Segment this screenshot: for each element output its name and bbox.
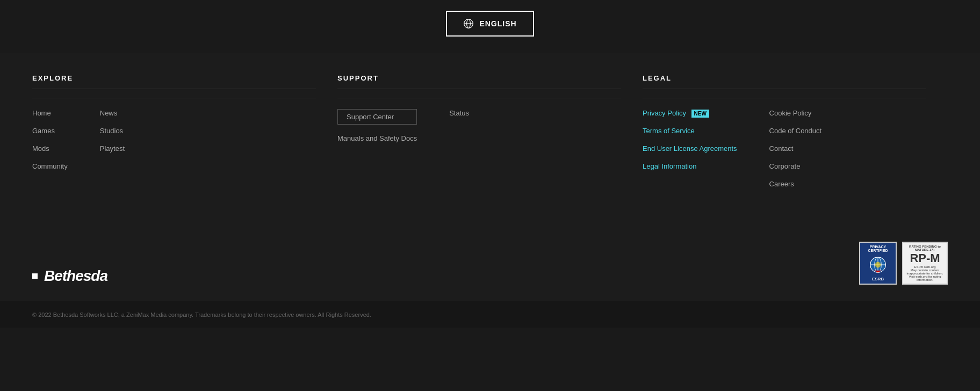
legal-links-grid: Privacy Policy NEW Terms of Service End … (643, 109, 926, 188)
esrb-rp-m-label: RP-M (910, 251, 940, 265)
support-links-grid: Support Center Manuals and Safety Docs S… (337, 109, 621, 142)
terms-of-service-link[interactable]: Terms of Service (643, 127, 737, 135)
language-button[interactable]: ENGLISH (446, 11, 534, 37)
explore-divider (32, 98, 316, 98)
language-label: ENGLISH (479, 19, 516, 28)
manuals-link[interactable]: Manuals and Safety Docs (337, 134, 417, 142)
support-title: SUPPORT (337, 74, 621, 89)
legal-section: LEGAL Privacy Policy NEW Terms of Servic… (643, 74, 948, 188)
eula-link[interactable]: End User License Agreements (643, 144, 737, 153)
esrb-privacy-top-text: PRIVACY CERTIFIED (862, 245, 893, 252)
esrb-bottom-text: ESRB (872, 277, 884, 281)
support-section: SUPPORT Support Center Manuals and Safet… (337, 74, 643, 188)
copyright-text: © 2022 Bethesda Softworks LLC, a ZeniMax… (32, 312, 371, 318)
esrb-privacy-badge: PRIVACY CERTIFIED ESRB (859, 242, 897, 285)
status-link[interactable]: Status (449, 109, 469, 117)
esrb-rating-top-text: RATING PENDING to MATURE 17+ (905, 245, 945, 251)
support-center-link[interactable]: Support Center (337, 109, 417, 125)
explore-link-games[interactable]: Games (32, 127, 68, 135)
legal-title: LEGAL (643, 74, 926, 89)
explore-title: EXPLORE (32, 74, 316, 89)
bethesda-logo-text: Bethesda (44, 267, 107, 285)
badges-container: PRIVACY CERTIFIED ESRB RATING PENDING to… (859, 242, 948, 285)
globe-icon (463, 18, 474, 29)
legal-divider (643, 98, 926, 98)
explore-section: EXPLORE Home Games Mods Community News S… (32, 74, 337, 188)
support-col2: Status (449, 109, 469, 142)
corporate-link[interactable]: Corporate (769, 162, 822, 170)
logo-square-icon (32, 273, 38, 279)
top-bar: ENGLISH (0, 0, 980, 53)
explore-link-community[interactable]: Community (32, 162, 68, 170)
explore-link-home[interactable]: Home (32, 109, 68, 117)
support-divider (337, 98, 621, 98)
esrb-globe-icon (868, 255, 888, 274)
explore-links-grid: Home Games Mods Community News Studios P… (32, 109, 316, 170)
explore-link-news[interactable]: News (100, 109, 125, 117)
explore-link-playtest[interactable]: Playtest (100, 144, 125, 153)
contact-link[interactable]: Contact (769, 144, 822, 153)
copyright-bar: © 2022 Bethesda Softworks LLC, a ZeniMax… (0, 301, 980, 328)
explore-link-mods[interactable]: Mods (32, 144, 68, 153)
cookie-policy-link[interactable]: Cookie Policy (769, 109, 822, 117)
legal-col2: Cookie Policy Code of Conduct Contact Co… (769, 109, 822, 188)
legal-col1: Privacy Policy NEW Terms of Service End … (643, 109, 737, 188)
explore-col2: News Studios Playtest (100, 109, 125, 170)
privacy-policy-link[interactable]: Privacy Policy NEW (643, 109, 737, 117)
footer-bottom: Bethesda PRIVACY CERTIFIED ESRB RATING P… (0, 209, 980, 301)
explore-link-studios[interactable]: Studios (100, 127, 125, 135)
explore-col1: Home Games Mods Community (32, 109, 68, 170)
new-badge: NEW (691, 110, 709, 118)
support-col1: Support Center Manuals and Safety Docs (337, 109, 417, 142)
esrb-rating-badge: RATING PENDING to MATURE 17+ RP-M ESRB o… (902, 242, 948, 285)
esrb-disclaimer-text: May contain content inappropriate for ch… (905, 269, 945, 281)
footer-content: EXPLORE Home Games Mods Community News S… (0, 53, 980, 209)
svg-point-8 (875, 262, 881, 267)
bethesda-logo: Bethesda (32, 267, 107, 285)
legal-info-link[interactable]: Legal Information (643, 162, 737, 170)
footer-columns: EXPLORE Home Games Mods Community News S… (32, 74, 948, 188)
careers-link[interactable]: Careers (769, 180, 822, 188)
code-of-conduct-link[interactable]: Code of Conduct (769, 127, 822, 135)
